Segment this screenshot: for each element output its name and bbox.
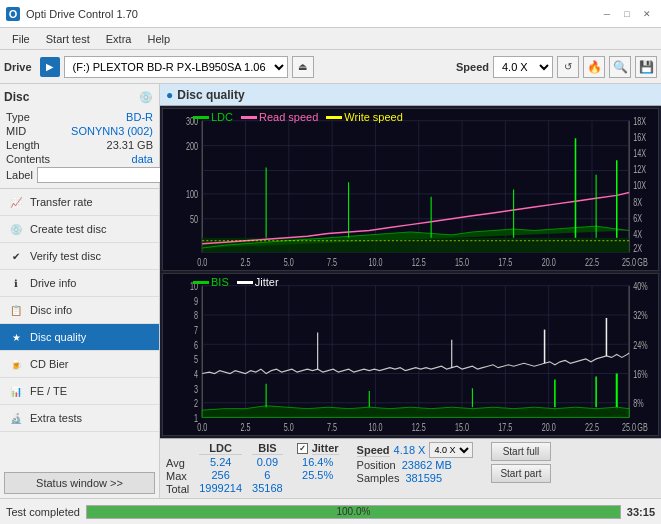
sidebar-item-create-test-disc[interactable]: 💿 Create test disc (0, 216, 159, 243)
bis-legend: BIS (193, 276, 229, 288)
svg-text:40%: 40% (633, 281, 648, 293)
save-button[interactable]: 💾 (635, 56, 657, 78)
svg-text:5.0: 5.0 (284, 256, 294, 268)
disc-refresh-icon[interactable]: 💿 (137, 88, 155, 106)
svg-text:7.5: 7.5 (327, 421, 337, 433)
disc-type-row: Type BD-R (4, 110, 155, 124)
sidebar-item-cd-bier[interactable]: 🍺 CD Bier (0, 351, 159, 378)
menu-start-test[interactable]: Start test (38, 31, 98, 47)
svg-text:GB: GB (637, 256, 648, 268)
ldc-total: 1999214 (199, 482, 242, 494)
svg-text:10.0: 10.0 (368, 421, 382, 433)
svg-text:16X: 16X (633, 132, 646, 144)
svg-text:22.5: 22.5 (585, 421, 599, 433)
stats-max-label: Max (166, 470, 189, 482)
burn-button[interactable]: 🔥 (583, 56, 605, 78)
disc-info-icon: 📋 (8, 302, 24, 318)
toolbar: Drive ▶ (F:) PLEXTOR BD-R PX-LB950SA 1.0… (0, 50, 661, 84)
disc-label-row: Label 🔍 (4, 166, 155, 184)
sidebar-item-transfer-rate[interactable]: 📈 Transfer rate (0, 189, 159, 216)
position-label: Position (357, 459, 396, 471)
drive-select[interactable]: (F:) PLEXTOR BD-R PX-LB950SA 1.06 (64, 56, 288, 78)
start-part-button[interactable]: Start part (491, 464, 550, 483)
menu-help[interactable]: Help (139, 31, 178, 47)
svg-text:50: 50 (190, 214, 198, 226)
disc-label-key: Label (6, 169, 33, 181)
disc-info-panel: Disc 💿 Type BD-R MID SONYNN3 (002) Lengt… (0, 84, 159, 189)
eject-button[interactable]: ⏏ (292, 56, 314, 78)
speed-select[interactable]: 4.0 X (493, 56, 553, 78)
svg-text:7: 7 (194, 325, 198, 337)
close-button[interactable]: ✕ (639, 6, 655, 22)
sidebar-item-verify-test-disc[interactable]: ✔ Verify test disc (0, 243, 159, 270)
sidebar-item-label: Verify test disc (30, 250, 101, 262)
read-speed-legend-color (241, 116, 257, 119)
read-speed-legend-label: Read speed (259, 111, 318, 123)
sidebar-item-label: Disc info (30, 304, 72, 316)
ldc-header: LDC (199, 442, 242, 455)
svg-text:25.0: 25.0 (622, 256, 636, 268)
sidebar-item-label: Disc quality (30, 331, 86, 343)
top-chart-legend: LDC Read speed Write speed (193, 111, 403, 123)
start-full-button[interactable]: Start full (491, 442, 550, 461)
sidebar-item-extra-tests[interactable]: 🔬 Extra tests (0, 405, 159, 432)
minimize-button[interactable]: ─ (599, 6, 615, 22)
content-title: Disc quality (177, 88, 244, 102)
read-speed-legend: Read speed (241, 111, 318, 123)
jitter-header-row: ✓ Jitter (297, 442, 339, 455)
verify-disc-icon: ✔ (8, 248, 24, 264)
svg-text:100: 100 (186, 189, 198, 201)
svg-text:8X: 8X (633, 196, 642, 208)
sidebar-item-drive-info[interactable]: ℹ Drive info (0, 270, 159, 297)
svg-text:20.0: 20.0 (542, 256, 556, 268)
time-display: 33:15 (627, 506, 655, 518)
svg-text:6: 6 (194, 339, 198, 351)
menu-file[interactable]: File (4, 31, 38, 47)
svg-text:200: 200 (186, 141, 198, 153)
app-title: Opti Drive Control 1.70 (26, 8, 138, 20)
disc-type-val: BD-R (126, 111, 153, 123)
svg-text:15.0: 15.0 (455, 421, 469, 433)
jitter-checkbox[interactable]: ✓ (297, 443, 308, 454)
write-speed-legend-color (326, 116, 342, 119)
stats-speed-section: Speed 4.18 X 4.0 X Position 23862 MB Sam… (357, 442, 474, 484)
svg-text:0.0: 0.0 (197, 256, 207, 268)
sidebar-item-label: Transfer rate (30, 196, 93, 208)
disc-length-key: Length (6, 139, 40, 151)
svg-text:18X: 18X (633, 116, 646, 128)
ldc-legend: LDC (193, 111, 233, 123)
titlebar-left: O Opti Drive Control 1.70 (6, 7, 138, 21)
sidebar-item-label: Drive info (30, 277, 76, 289)
sidebar-item-disc-quality[interactable]: ★ Disc quality (0, 324, 159, 351)
maximize-button[interactable]: □ (619, 6, 635, 22)
stats-jitter-col: ✓ Jitter 16.4% 25.5% (297, 442, 339, 482)
titlebar: O Opti Drive Control 1.70 ─ □ ✕ (0, 0, 661, 28)
fe-te-icon: 📊 (8, 383, 24, 399)
svg-text:32%: 32% (633, 310, 648, 322)
status-window-button[interactable]: Status window >> (4, 472, 155, 494)
samples-val: 381595 (405, 472, 442, 484)
speed-select-stats[interactable]: 4.0 X (429, 442, 473, 458)
disc-mid-key: MID (6, 125, 26, 137)
window-controls: ─ □ ✕ (599, 6, 655, 22)
menu-extra[interactable]: Extra (98, 31, 140, 47)
transfer-rate-icon: 📈 (8, 194, 24, 210)
jitter-col-header: Jitter (312, 442, 339, 455)
disc-contents-val: data (132, 153, 153, 165)
create-disc-icon: 💿 (8, 221, 24, 237)
sidebar-item-disc-info[interactable]: 📋 Disc info (0, 297, 159, 324)
svg-text:17.5: 17.5 (498, 256, 512, 268)
top-chart-svg: 300 200 100 50 0.0 2.5 5.0 7.5 10.0 12.5… (163, 109, 658, 270)
speed-current-val: 4.18 X (394, 444, 426, 456)
samples-row: Samples 381595 (357, 472, 474, 484)
bis-avg: 0.09 (252, 456, 283, 468)
content-header-icon: ● (166, 88, 173, 102)
verify-button[interactable]: 🔍 (609, 56, 631, 78)
jitter-legend: Jitter (237, 276, 279, 288)
svg-text:2X: 2X (633, 243, 642, 255)
bis-legend-color (193, 281, 209, 284)
stats-labels: Avg Max Total (166, 442, 189, 495)
refresh-button[interactable]: ↺ (557, 56, 579, 78)
sidebar-item-fe-te[interactable]: 📊 FE / TE (0, 378, 159, 405)
disc-label-input[interactable] (37, 167, 170, 183)
